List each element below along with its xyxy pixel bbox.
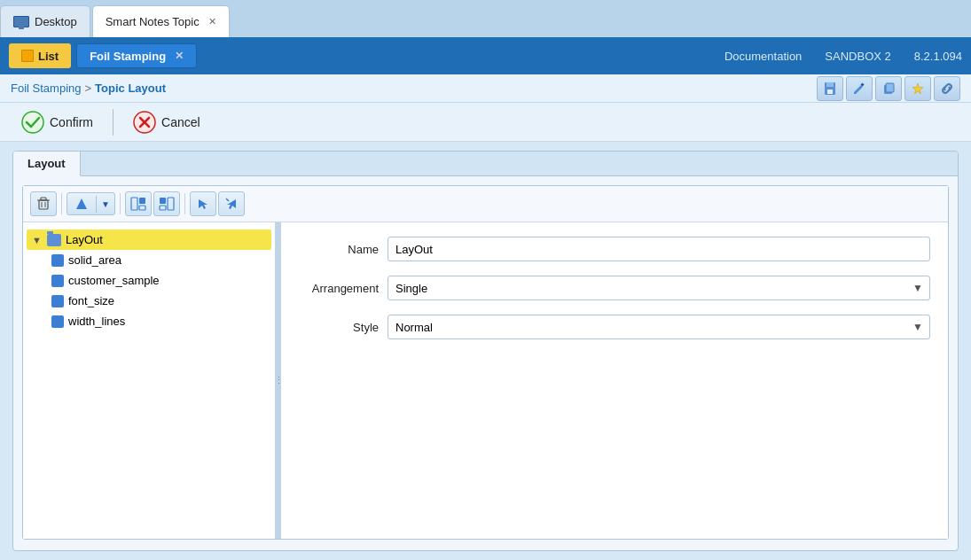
style-label: Style xyxy=(299,321,379,334)
tree-item-customer-sample-label: customer_sample xyxy=(68,274,160,287)
style-row: Style Normal Bold Italic ▼ xyxy=(299,315,930,339)
folder-icon xyxy=(47,234,61,246)
add-item-button-group[interactable]: ▼ xyxy=(67,192,115,215)
save-icon-btn[interactable] xyxy=(817,76,843,101)
svg-rect-19 xyxy=(139,198,145,204)
tree-root[interactable]: ▼ LayOut xyxy=(27,229,271,250)
arrangement-select-wrapper: Single Multiple ▼ xyxy=(388,276,930,300)
link-icon-btn[interactable] xyxy=(934,76,960,101)
tab-layout-label: Layout xyxy=(27,157,66,170)
tree-item-width-lines-label: width_lines xyxy=(68,315,125,328)
name-label: Name xyxy=(299,243,379,256)
tree-item-solid-area-label: solid_area xyxy=(68,253,121,267)
name-input[interactable] xyxy=(388,237,930,261)
view-icon xyxy=(130,197,146,211)
child-folder-icon-4 xyxy=(51,315,64,328)
svg-point-8 xyxy=(22,112,43,133)
tree-item-width-lines[interactable]: width_lines xyxy=(46,311,271,331)
toolbar-sep-3 xyxy=(184,193,185,214)
breadcrumb-parent[interactable]: Foil Stamping xyxy=(11,82,81,95)
action-divider xyxy=(113,109,114,136)
add-item-dropdown-arrow[interactable]: ▼ xyxy=(96,196,114,213)
copy-icon xyxy=(881,82,896,96)
star-icon-btn[interactable] xyxy=(904,76,931,101)
toolbar-sep-2 xyxy=(120,193,121,214)
star-icon xyxy=(911,82,925,96)
tree-root-label: LayOut xyxy=(66,233,103,246)
current-item-label: Foil Stamping xyxy=(90,50,166,63)
tree-item-customer-sample[interactable]: customer_sample xyxy=(46,270,271,291)
arrangement-row: Arrangement Single Multiple ▼ xyxy=(299,276,930,300)
copy-icon-btn[interactable] xyxy=(875,76,902,101)
view-button[interactable] xyxy=(125,191,152,216)
breadcrumb-current: Topic Layout xyxy=(95,82,166,95)
svg-marker-17 xyxy=(76,198,87,209)
tree-item-solid-area[interactable]: solid_area xyxy=(46,250,271,270)
style-select[interactable]: Normal Bold Italic xyxy=(388,315,930,339)
svg-rect-14 xyxy=(41,198,46,200)
panel-tabs: Layout xyxy=(13,152,958,176)
documentation-link[interactable]: Documentation xyxy=(724,50,802,63)
tab-close-icon[interactable]: ✕ xyxy=(208,16,216,27)
svg-rect-22 xyxy=(160,206,166,210)
cursor-button[interactable] xyxy=(190,191,216,216)
cancel-button[interactable]: Cancel xyxy=(124,107,209,137)
breadcrumb-separator: > xyxy=(84,82,91,95)
tab-desktop-label: Desktop xyxy=(35,15,77,28)
tree-item-font-size[interactable]: font_size xyxy=(46,291,271,311)
svg-rect-23 xyxy=(168,198,174,210)
arrangement-select[interactable]: Single Multiple xyxy=(388,276,930,300)
confirm-button[interactable]: Confirm xyxy=(12,107,102,137)
main-content: Layout ▼ xyxy=(0,142,971,560)
cursor-icon xyxy=(196,197,210,211)
svg-rect-2 xyxy=(827,89,833,94)
cursor2-icon xyxy=(224,197,239,211)
current-item-close-icon[interactable]: ✕ xyxy=(175,50,184,62)
list-button[interactable]: List xyxy=(9,43,71,68)
style-select-wrapper: Normal Bold Italic ▼ xyxy=(388,315,930,339)
child-folder-icon-3 xyxy=(51,295,64,307)
svg-rect-21 xyxy=(160,198,166,204)
edit-icon-btn[interactable] xyxy=(846,76,873,101)
svg-line-26 xyxy=(226,198,229,201)
save-icon xyxy=(823,82,837,96)
cancel-icon xyxy=(133,111,156,134)
layout-view-button[interactable] xyxy=(153,191,180,216)
cursor2-button[interactable] xyxy=(218,191,245,216)
split-pane: ▼ LayOut solid_area customer_sample xyxy=(23,222,948,539)
tab-desktop[interactable]: Desktop xyxy=(0,5,90,37)
svg-rect-6 xyxy=(886,83,894,92)
add-item-icon xyxy=(67,193,96,214)
top-nav: List Foil Stamping ✕ Documentation SANDB… xyxy=(0,37,971,74)
layout-view-icon xyxy=(159,197,175,211)
child-folder-icon-2 xyxy=(51,275,64,287)
tree-children: solid_area customer_sample font_size xyxy=(27,250,271,331)
sandbox-link[interactable]: SANDBOX 2 xyxy=(825,50,890,63)
name-row: Name xyxy=(299,237,930,261)
breadcrumb-icons xyxy=(817,76,960,101)
version-label: 8.2.1.094 xyxy=(914,50,962,63)
tab-layout[interactable]: Layout xyxy=(13,152,81,176)
svg-marker-24 xyxy=(199,199,208,209)
tree-expand-icon[interactable]: ▼ xyxy=(32,235,43,245)
edit-icon xyxy=(852,82,866,96)
delete-button[interactable] xyxy=(30,191,57,216)
monitor-icon xyxy=(13,16,29,27)
tab-smart-notes[interactable]: Smart Notes Topic ✕ xyxy=(92,5,230,37)
confirm-label: Confirm xyxy=(50,115,93,129)
tab-smart-notes-label: Smart Notes Topic xyxy=(106,15,200,28)
current-item-button[interactable]: Foil Stamping ✕ xyxy=(76,43,197,68)
list-label: List xyxy=(38,50,59,63)
panel-toolbar: ▼ xyxy=(23,186,948,222)
confirm-icon xyxy=(21,111,44,134)
tree-item-font-size-label: font_size xyxy=(68,294,114,307)
toolbar-sep-1 xyxy=(61,193,62,214)
svg-rect-12 xyxy=(39,200,48,209)
child-folder-icon xyxy=(51,254,64,267)
cancel-label: Cancel xyxy=(161,115,200,129)
detail-pane: Name Arrangement Single Multiple ▼ xyxy=(281,222,948,539)
tab-bar: Desktop Smart Notes Topic ✕ xyxy=(0,0,971,37)
svg-rect-1 xyxy=(826,82,834,87)
action-bar: Confirm Cancel xyxy=(0,103,971,142)
svg-marker-3 xyxy=(854,85,863,94)
